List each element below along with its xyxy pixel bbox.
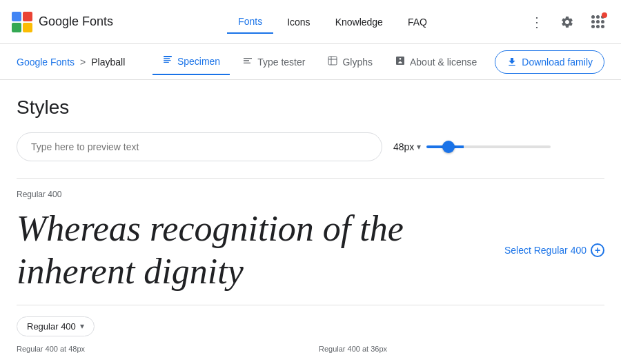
tab-about[interactable]: About & license <box>385 50 486 74</box>
main-content: Styles 48px ▾ Regular 400 Whereas recogn… <box>0 80 621 364</box>
main-header: Google Fonts Fonts Icons Knowledge FAQ ⋮ <box>0 0 621 44</box>
apps-button[interactable] <box>585 10 610 34</box>
font-style-section: Regular 400 Whereas recognition of the i… <box>17 178 604 305</box>
breadcrumb-separator: > <box>80 57 86 68</box>
breadcrumb: Google Fonts > Playball <box>17 57 152 68</box>
nav-knowledge[interactable]: Knowledge <box>324 11 394 33</box>
specimen-icon <box>162 54 173 68</box>
header-actions: ⋮ <box>524 10 610 34</box>
notification-badge <box>602 12 607 18</box>
style-selector-row: Regular 400 ▾ <box>17 316 604 336</box>
style-preview-text: Whereas recognition of the inherent dign… <box>17 208 504 294</box>
preview-controls: 48px ▾ <box>17 132 604 161</box>
size-slider[interactable] <box>426 145 551 148</box>
page-title: Styles <box>17 97 604 119</box>
breadcrumb-bar: Google Fonts > Playball Specimen Type te… <box>0 44 621 80</box>
download-icon <box>506 57 518 68</box>
svg-rect-7 <box>164 61 169 62</box>
col2-text: No one shall be held in slavery or servi… <box>319 358 593 364</box>
glyphs-icon <box>327 55 338 69</box>
size-dropdown-arrow: ▾ <box>417 142 421 152</box>
logo-link[interactable]: Google Fonts <box>11 11 113 33</box>
tab-type-tester[interactable]: Type tester <box>233 50 315 74</box>
tab-glyphs-label: Glyphs <box>342 57 373 68</box>
style-preview-row: Whereas recognition of the inherent dign… <box>17 208 604 294</box>
col2-label: Regular 400 at 36px <box>319 345 593 353</box>
google-logo-icon <box>11 11 33 33</box>
svg-rect-2 <box>12 23 21 32</box>
svg-rect-5 <box>164 58 170 59</box>
preview-columns: Regular 400 at 48px Whereas a common und… <box>17 345 604 364</box>
svg-rect-0 <box>12 12 21 21</box>
svg-rect-3 <box>23 23 32 32</box>
select-style-button[interactable]: Select Regular 400 + <box>504 243 604 257</box>
svg-rect-6 <box>164 60 171 61</box>
more-options-button[interactable]: ⋮ <box>524 10 549 34</box>
settings-icon <box>560 15 574 29</box>
main-nav: Fonts Icons Knowledge FAQ <box>141 10 524 34</box>
preview-text-input[interactable] <box>17 132 382 161</box>
tab-about-label: About & license <box>410 57 477 68</box>
tab-glyphs[interactable]: Glyphs <box>317 50 382 74</box>
tab-bar: Specimen Type tester Glyphs About & lice… <box>152 49 604 75</box>
nav-icons[interactable]: Icons <box>276 11 321 33</box>
download-family-button[interactable]: Download family <box>495 50 604 74</box>
breadcrumb-current: Playball <box>91 57 125 68</box>
tab-specimen-label: Specimen <box>177 56 220 67</box>
tab-type-tester-label: Type tester <box>257 57 305 68</box>
size-control: 48px ▾ <box>393 141 551 152</box>
size-value-text: 48px <box>393 141 414 152</box>
settings-button[interactable] <box>555 10 580 34</box>
col1-text: Whereas a common understanding of these … <box>17 358 291 364</box>
style-selector-arrow: ▾ <box>80 321 84 331</box>
style-selector-button[interactable]: Regular 400 ▾ <box>17 316 95 336</box>
col1-label: Regular 400 at 48px <box>17 345 291 353</box>
style-selector-label: Regular 400 <box>27 321 76 332</box>
breadcrumb-home[interactable]: Google Fonts <box>17 57 75 68</box>
size-display[interactable]: 48px ▾ <box>393 141 421 152</box>
preview-col-left: Regular 400 at 48px Whereas a common und… <box>17 345 302 364</box>
style-label: Regular 400 <box>17 190 604 199</box>
svg-rect-1 <box>23 12 32 21</box>
size-slider-container <box>426 145 551 148</box>
logo-text: Google Fonts <box>39 14 113 29</box>
select-style-label: Select Regular 400 <box>504 245 586 256</box>
nav-fonts[interactable]: Fonts <box>227 10 273 34</box>
preview-col-right: Regular 400 at 36px No one shall be held… <box>319 345 604 364</box>
tab-specimen[interactable]: Specimen <box>152 49 230 75</box>
type-tester-icon <box>242 55 253 69</box>
about-icon <box>395 55 406 69</box>
bottom-section: Regular 400 ▾ Regular 400 at 48px Wherea… <box>17 305 604 364</box>
select-plus-icon: + <box>591 243 604 257</box>
svg-rect-4 <box>164 56 172 57</box>
download-btn-label: Download family <box>522 57 593 68</box>
nav-faq[interactable]: FAQ <box>397 11 438 33</box>
